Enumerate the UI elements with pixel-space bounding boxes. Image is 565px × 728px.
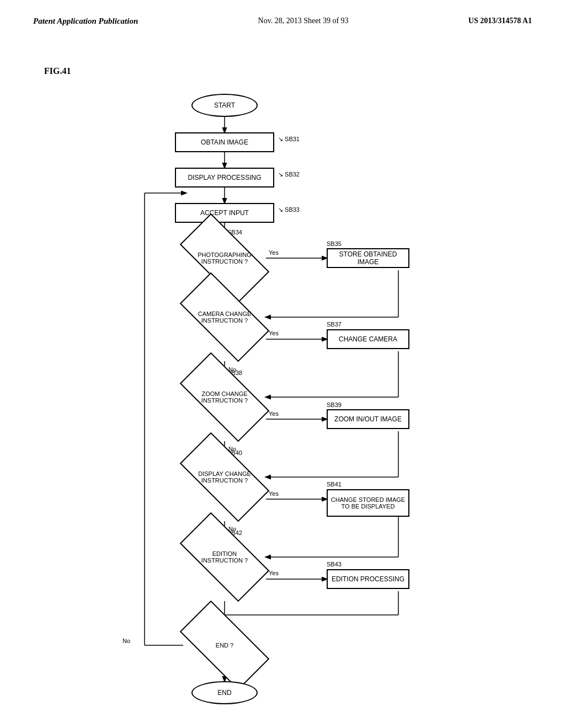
sb39-label: SB39 [327,402,342,408]
sb43-rect: EDITION PROCESSING [327,569,409,589]
sb37-rect: CHANGE CAMERA [327,329,409,349]
flowchart-inner: SB34 Yes No SB36 Yes No [89,83,476,689]
sb33-label: ↘ SB33 [278,206,300,213]
svg-line-13 [266,317,327,336]
page: Patent Application Publication Nov. 28, … [0,0,565,728]
start-oval: START [191,94,258,117]
svg-text:Yes: Yes [269,490,279,497]
sb31-label: ↘ SB31 [278,136,300,143]
sb43-label: SB43 [327,561,342,568]
header-right: US 2013/314578 A1 [468,17,532,25]
sb38-diamond: ZOOM CHANGEINSTRUCTION ? [180,352,270,442]
sb42-diamond: EDITIONINSTRUCTION ? [180,512,270,602]
svg-text:Yes: Yes [269,410,279,417]
header-center: Nov. 28, 2013 Sheet 39 of 93 [258,17,349,25]
end-oval: END [191,681,258,704]
accept-input-rect: ACCEPT INPUT [175,203,274,223]
svg-text:No: No [122,638,130,644]
sb36-diamond: CAMERA CHANGEINSTRUCTION ? [180,272,270,362]
flowchart: SB34 Yes No SB36 Yes No [0,83,565,689]
sb41-rect: CHANGE STORED IMAGETO BE DISPLAYED [327,489,409,517]
sb32-label: ↘ SB32 [278,171,300,178]
header-left: Patent Application Publication [33,17,138,26]
svg-text:Yes: Yes [269,249,279,256]
sb40-diamond: DISPLAY CHANGEINSTRUCTION ? [180,432,270,522]
sb37-label: SB37 [327,321,342,328]
svg-text:Yes: Yes [269,570,279,576]
sb41-label: SB41 [327,481,342,488]
figure-label: FIG.41 [44,66,71,76]
display-processing-rect: DISPLAY PROCESSING [175,168,274,188]
sb35-label: SB35 [327,240,342,247]
sb39-rect: ZOOM IN/OUT IMAGE [327,409,409,429]
sb44-diamond: END ? [180,601,270,690]
sb35-rect: STORE OBTAINED IMAGE [327,248,409,268]
svg-text:Yes: Yes [269,330,279,336]
header: Patent Application Publication Nov. 28, … [0,0,565,31]
obtain-image-rect: OBTAIN IMAGE [175,132,274,152]
